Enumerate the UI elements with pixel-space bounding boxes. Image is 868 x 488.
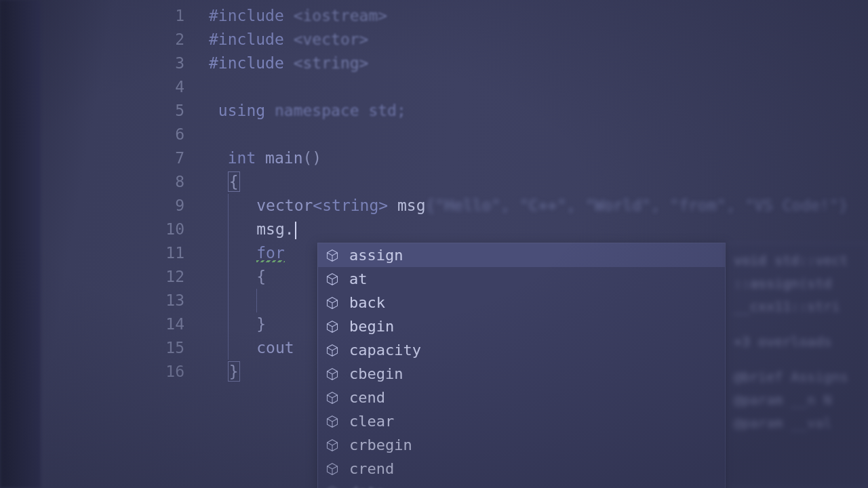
autocomplete-label: capacity bbox=[349, 342, 421, 359]
autocomplete-item[interactable]: clear bbox=[318, 409, 725, 433]
line-number: 5 bbox=[122, 99, 209, 123]
autocomplete-popup[interactable]: assignatbackbegincapacitycbegincendclear… bbox=[317, 243, 726, 488]
autocomplete-label: back bbox=[349, 294, 385, 311]
line-number: 12 bbox=[122, 265, 209, 289]
doc-signature: ::assign(std bbox=[734, 272, 861, 295]
doc-param: @param __n N bbox=[734, 388, 861, 411]
code-line[interactable]: 9 vector<string> msg{"Hello", "C++", "Wo… bbox=[122, 194, 868, 218]
line-number: 4 bbox=[122, 75, 209, 99]
line-number: 13 bbox=[122, 289, 209, 312]
line-number: 9 bbox=[122, 194, 209, 218]
line-number: 15 bbox=[122, 336, 209, 360]
autocomplete-label: cend bbox=[349, 389, 385, 406]
line-number: 8 bbox=[122, 170, 209, 194]
line-number: 6 bbox=[122, 123, 209, 146]
doc-param: @param __val bbox=[734, 411, 861, 434]
line-number: 10 bbox=[122, 218, 209, 241]
autocomplete-item[interactable]: at bbox=[318, 267, 725, 291]
doc-brief: @brief Assigns bbox=[734, 365, 861, 388]
code-line[interactable]: 4 bbox=[122, 75, 868, 99]
line-number: 3 bbox=[122, 52, 209, 75]
code-line[interactable]: 8 { bbox=[122, 170, 868, 194]
brace-match: } bbox=[228, 361, 240, 382]
method-icon bbox=[325, 248, 340, 263]
autocomplete-item[interactable]: begin bbox=[318, 314, 725, 338]
method-icon bbox=[325, 485, 340, 489]
line-number: 7 bbox=[122, 146, 209, 170]
autocomplete-label: clear bbox=[349, 413, 394, 430]
method-icon bbox=[325, 438, 340, 453]
method-icon bbox=[325, 272, 340, 287]
autocomplete-label: assign bbox=[349, 247, 403, 264]
line-number: 11 bbox=[122, 241, 209, 265]
autocomplete-item[interactable]: assign bbox=[318, 243, 725, 267]
method-icon bbox=[325, 462, 340, 476]
text-cursor bbox=[295, 222, 296, 239]
doc-overloads: +3 overloads bbox=[734, 330, 861, 353]
method-icon bbox=[325, 367, 340, 382]
doc-signature: __cxx11::stri bbox=[734, 295, 861, 318]
autocomplete-item[interactable]: cend bbox=[318, 386, 725, 409]
code-line[interactable]: 3 #include <string> bbox=[122, 52, 868, 75]
monitor-bezel bbox=[0, 0, 41, 488]
line-number: 1 bbox=[122, 4, 209, 28]
code-line[interactable]: 1 #include <iostream> bbox=[122, 4, 868, 28]
method-icon bbox=[325, 319, 340, 334]
editor-viewport: 1 #include <iostream> 2 #include <vector… bbox=[0, 0, 868, 488]
code-line[interactable]: 2 #include <vector> bbox=[122, 28, 868, 52]
line-number: 14 bbox=[122, 312, 209, 336]
method-icon bbox=[325, 296, 340, 310]
method-icon bbox=[325, 343, 340, 358]
code-line[interactable]: 5 using namespace std; bbox=[122, 99, 868, 123]
autocomplete-label: at bbox=[349, 270, 368, 287]
brace-match: { bbox=[228, 171, 240, 192]
line-number: 16 bbox=[122, 360, 209, 384]
method-icon bbox=[325, 390, 340, 405]
code-line[interactable]: 10 msg. bbox=[122, 218, 868, 241]
autocomplete-doc-panel: void std::vect ::assign(std __cxx11::str… bbox=[727, 243, 868, 488]
autocomplete-label: crend bbox=[349, 460, 394, 477]
code-line[interactable]: 7 int main() bbox=[122, 146, 868, 170]
autocomplete-item[interactable]: crend bbox=[318, 457, 725, 481]
autocomplete-label: crbegin bbox=[349, 436, 412, 453]
autocomplete-label: begin bbox=[349, 318, 394, 335]
method-icon bbox=[325, 414, 340, 429]
autocomplete-label: data bbox=[349, 484, 385, 488]
line-number: 2 bbox=[122, 28, 209, 52]
autocomplete-item[interactable]: crbegin bbox=[318, 433, 725, 457]
autocomplete-item[interactable]: capacity bbox=[318, 338, 725, 362]
autocomplete-label: cbegin bbox=[349, 365, 403, 382]
autocomplete-item[interactable]: back bbox=[318, 291, 725, 314]
doc-signature: void std::vect bbox=[734, 249, 861, 272]
autocomplete-item[interactable]: cbegin bbox=[318, 362, 725, 386]
code-line[interactable]: 6 bbox=[122, 123, 868, 146]
autocomplete-item[interactable]: data bbox=[318, 481, 725, 488]
